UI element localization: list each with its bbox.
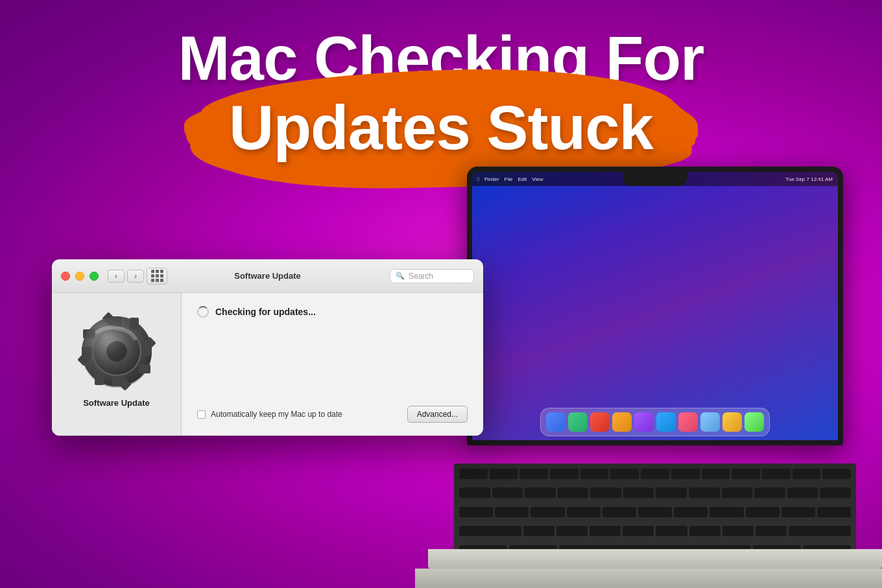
grid-dot [151,274,154,277]
grid-dot [156,274,159,277]
key [689,526,721,536]
key [822,469,851,479]
key [530,507,564,517]
forward-button[interactable]: › [127,270,144,283]
headline-line1: Mac Checking For [0,26,882,91]
maximize-button[interactable] [89,272,99,281]
key [580,469,609,479]
grid-dot [160,270,163,273]
apple-menu-icon:  [477,176,479,182]
screen-wallpaper [472,186,838,440]
finder-menu: Finder [484,176,499,182]
key [459,526,521,536]
key [550,469,578,479]
content-spacer [197,331,468,399]
key [490,469,518,479]
search-box[interactable]: 🔍 Search [390,269,474,283]
key [702,469,730,479]
key [459,507,493,517]
grid-dot [156,270,159,273]
grid-dot [151,270,154,273]
key [820,488,851,498]
key [689,488,720,498]
keyboard-row-4 [459,526,851,543]
dock-icon-chrome [722,412,742,432]
view-menu: View [532,176,543,182]
key [746,507,780,517]
key [459,488,490,498]
software-update-icon [78,312,156,390]
key [492,488,523,498]
grid-dot [160,279,163,282]
dock-icon-music [634,412,654,432]
key [656,526,687,536]
key [656,488,687,498]
key [756,526,787,536]
key [817,507,851,517]
dock-icon-notes [678,412,698,432]
auto-update-label: Automatically keep my Mac up to date [211,410,342,419]
edit-menu: Edit [518,176,527,182]
file-menu: File [505,176,513,182]
key [523,526,554,536]
key [781,507,815,517]
minimize-button[interactable] [75,272,84,281]
keyboard-row-3 [459,507,851,524]
key [459,469,488,479]
laptop-notch [623,172,687,186]
keyboard-row-2 [459,488,851,504]
dock [540,408,770,436]
auto-update-checkbox-group[interactable]: Automatically keep my Mac up to date [197,410,342,419]
key [567,507,601,517]
laptop-screen-inner:  Finder File Edit View Tue Sep 7 12:41 … [472,172,838,440]
clock: Tue Sep 7 12:41 AM [785,176,833,182]
dock-icon-trash [745,412,764,432]
grid-dot [160,274,163,277]
grid-dot [156,279,159,282]
key [623,488,654,498]
dock-icon-calendar [700,412,720,432]
sidebar-label: Software Update [83,398,150,408]
key [638,507,672,517]
key [590,526,621,536]
mac-sidebar: Software Update [52,293,182,436]
key [722,526,754,536]
key [762,469,791,479]
dock-icon-safari [612,412,632,432]
dock-icon-mail [590,412,610,432]
grid-view-button[interactable] [147,268,167,285]
checking-text: Checking for updates... [215,307,316,317]
title-area: Mac Checking For Updates Stuck [0,26,882,161]
mac-titlebar: ‹ › Software Update 🔍 Search [52,259,483,293]
key [602,507,636,517]
close-button[interactable] [61,272,70,281]
key [754,488,785,498]
key [558,488,589,498]
back-button[interactable]: ‹ [108,270,125,283]
laptop-bottom [415,569,882,588]
grid-dot [151,279,154,282]
gear-icon-wrapper [78,312,156,390]
key [674,507,708,517]
auto-update-checkbox[interactable] [197,410,206,419]
bottom-row: Automatically keep my Mac up to date Adv… [197,399,468,423]
dock-icon-finder [546,412,566,432]
dock-icon-messages [568,412,588,432]
grid-icon [151,270,163,282]
nav-buttons: ‹ › [108,270,144,283]
key [709,507,743,517]
key [671,469,700,479]
key [623,526,654,536]
key [590,488,621,498]
key [732,469,760,479]
key [525,488,556,498]
key [787,488,818,498]
dock-icon-photos [656,412,676,432]
keyboard-row-1 [459,469,851,486]
mac-window: ‹ › Software Update 🔍 Search [52,259,483,436]
advanced-button[interactable]: Advanced... [407,406,468,423]
key [793,469,821,479]
laptop-base [428,549,882,569]
headline-line2-wrapper: Updates Stuck [229,95,653,161]
key [556,526,588,536]
